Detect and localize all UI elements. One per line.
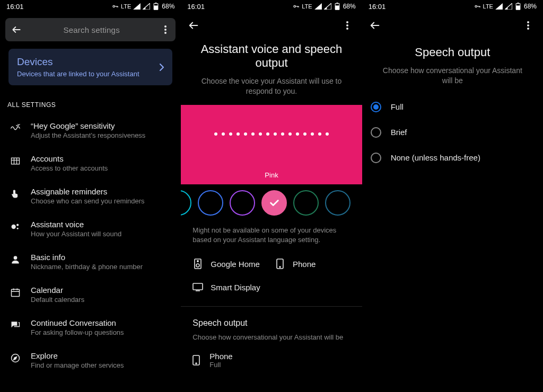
svg-rect-7 (12, 158, 20, 164)
chat-icon (10, 319, 21, 331)
svg-point-25 (279, 266, 281, 268)
svg-point-11 (14, 256, 17, 260)
speech-output-label: Speech output (181, 306, 362, 331)
battery-icon (514, 3, 522, 10)
option-brief[interactable]: Brief (362, 120, 543, 145)
voice-swatch-pink[interactable] (261, 190, 287, 216)
speech-output-pane: 16:01 LTE 68% Speech output Choose how c… (362, 0, 543, 392)
person-icon (10, 254, 21, 265)
svg-point-10 (17, 228, 19, 229)
svg-rect-31 (517, 3, 519, 4)
accounts-item[interactable]: AccountsAccess to other accounts (0, 147, 181, 180)
voice-preview-box[interactable]: Pink (181, 105, 362, 184)
speech-output-sub: Choose how conversational your Assistant… (181, 331, 362, 346)
option-full[interactable]: Full (362, 94, 543, 120)
radio-icon (371, 102, 381, 112)
status-battery: 68% (162, 3, 174, 10)
voice-swatch-blue[interactable] (198, 190, 223, 216)
svg-rect-2 (155, 3, 157, 4)
overflow-menu-icon[interactable] (341, 19, 354, 32)
device-smart-display: Smart Display (189, 275, 272, 299)
svg-point-18 (346, 21, 348, 23)
display-icon (192, 282, 203, 292)
svg-point-28 (196, 363, 197, 364)
assignable-reminders-item[interactable]: Assignable remindersChoose who can send … (0, 180, 181, 212)
page-title: Assistant voice and speech output (181, 36, 362, 74)
voice-swatch-purple[interactable] (230, 190, 255, 216)
vpn-key-icon (111, 3, 119, 10)
status-bar: 16:01 LTE 68% (0, 0, 181, 13)
back-icon[interactable] (187, 19, 200, 32)
voice-pane: 16:01 LTE 68% Assistant voice and speech… (181, 0, 362, 392)
svg-point-23 (197, 261, 198, 262)
battery-icon (334, 3, 341, 10)
overflow-menu-icon[interactable] (522, 19, 535, 32)
svg-point-20 (346, 28, 348, 30)
svg-point-34 (527, 24, 529, 26)
signal-icon (495, 3, 503, 10)
voice-swatch-cyan[interactable] (181, 190, 191, 216)
battery-icon (152, 3, 160, 10)
svg-rect-17 (335, 5, 339, 10)
back-icon[interactable] (11, 24, 22, 35)
speech-output-phone[interactable]: Phone Full (181, 346, 362, 369)
voice-swatch-green[interactable] (293, 190, 319, 216)
status-time: 16:01 (369, 3, 386, 11)
chevron-right-icon (160, 64, 164, 71)
svg-point-8 (12, 225, 16, 229)
search-placeholder: Search settings (30, 25, 153, 34)
svg-rect-32 (516, 5, 520, 10)
radio-icon (371, 153, 381, 163)
assistant-voice-item[interactable]: Assistant voiceHow your Assistant will s… (0, 212, 181, 245)
svg-rect-16 (336, 3, 338, 4)
devices-subtitle: Devices that are linked to your Assistan… (17, 70, 139, 78)
compass-icon (10, 352, 21, 364)
option-none[interactable]: None (unless hands-free) (362, 145, 543, 171)
grid-icon (10, 155, 21, 167)
explore-item[interactable]: ExploreFind or manage other services (0, 344, 181, 377)
overflow-menu-icon[interactable] (161, 25, 170, 34)
device-phone: Phone (272, 252, 354, 275)
signal-icon (143, 3, 150, 10)
device-google-home: Google Home (189, 252, 272, 275)
basic-info-item[interactable]: Basic infoNickname, birthday & phone num… (0, 245, 181, 278)
svg-point-6 (164, 32, 167, 34)
page-description: Choose how conversational your Assistant… (362, 64, 543, 94)
voice-swatches (181, 184, 362, 221)
search-bar[interactable]: Search settings (5, 18, 176, 41)
status-battery: 68% (524, 3, 537, 10)
vpn-key-icon (474, 3, 481, 10)
phone-icon (192, 355, 200, 366)
back-icon[interactable] (369, 19, 381, 32)
status-bar: 16:01 LTE 68% (362, 0, 543, 13)
svg-point-35 (527, 28, 529, 30)
availability-note: Might not be available on some of your d… (181, 221, 362, 252)
vpn-key-icon (292, 3, 300, 10)
settings-pane: 16:01 LTE 68% Search settings Devices (0, 0, 181, 392)
signal-icon (505, 3, 512, 10)
svg-point-14 (294, 5, 296, 7)
svg-point-9 (16, 224, 19, 226)
finger-touch-icon (10, 188, 21, 200)
page-title: Speech output (362, 36, 543, 64)
status-net: LTE (302, 3, 312, 10)
devices-card[interactable]: Devices Devices that are linked to your … (8, 49, 172, 85)
svg-rect-12 (12, 289, 20, 296)
status-net: LTE (121, 3, 131, 10)
status-time: 16:01 (6, 3, 24, 11)
svg-point-33 (527, 21, 529, 23)
status-battery: 68% (343, 3, 356, 10)
voice-swatch-teal[interactable] (325, 190, 351, 216)
svg-point-22 (196, 264, 199, 267)
status-net: LTE (483, 3, 493, 10)
signal-icon (314, 3, 322, 10)
continued-conversation-item[interactable]: Continued ConversationFor asking follow-… (0, 311, 181, 344)
voice-label: Pink (181, 171, 362, 179)
sensitivity-item[interactable]: “Hey Google” sensitivityAdjust the Assis… (0, 114, 181, 147)
all-settings-header: ALL SETTINGS (0, 95, 181, 114)
calendar-item[interactable]: CalendarDefault calendars (0, 278, 181, 311)
status-time: 16:01 (187, 3, 205, 11)
wave-icon (10, 122, 21, 134)
svg-point-5 (164, 29, 167, 31)
devices-title: Devices (17, 56, 139, 68)
